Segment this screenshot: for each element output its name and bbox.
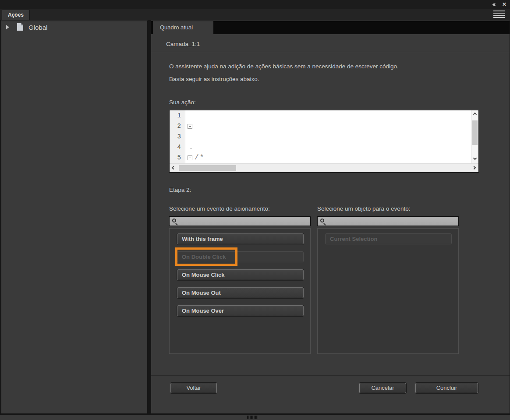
vertical-scrollbar[interactable] xyxy=(471,110,478,163)
vertical-scroll-thumb[interactable] xyxy=(472,120,478,145)
event-option-on-mouse-click[interactable]: On Mouse Click xyxy=(177,269,304,280)
object-picker-label: Selecione um objeto para o evento: xyxy=(317,205,410,212)
close-icon[interactable]: ✕ xyxy=(502,2,506,7)
frame-tab-bar: Quadro atual xyxy=(151,21,510,34)
fold-collapse-icon[interactable] xyxy=(188,124,192,129)
fold-guide-line xyxy=(190,129,190,148)
scroll-down-icon[interactable] xyxy=(473,156,477,160)
event-option-on-double-click: On Double Click xyxy=(177,251,304,262)
tree-item-label: Global xyxy=(28,24,47,31)
scroll-up-icon[interactable] xyxy=(473,113,477,116)
tab-acoes[interactable]: Ações xyxy=(2,10,30,20)
line-number: 1 xyxy=(170,110,185,121)
step-label: Etapa 2: xyxy=(169,187,191,193)
collapse-panel-icon[interactable] xyxy=(494,2,496,7)
object-search-field[interactable] xyxy=(317,216,459,226)
code-line xyxy=(195,126,471,137)
scroll-right-icon[interactable] xyxy=(472,166,476,169)
tab-quadro-atual[interactable]: Quadro atual xyxy=(153,21,213,34)
divider xyxy=(151,375,510,376)
event-options-list: With this frame On Double Click On Mouse… xyxy=(169,228,311,354)
line-number: 2 xyxy=(170,121,185,131)
wizard-panel: Quadro atual Camada_1:1 O assistente aju… xyxy=(151,21,510,414)
back-button[interactable]: Voltar xyxy=(170,383,217,393)
object-options-list: Current Selection xyxy=(317,228,459,354)
panel-tab-bar: Ações xyxy=(0,9,510,20)
wizard-intro-line2: Basta seguir as instruções abaixo. xyxy=(169,76,259,82)
code-text-area[interactable]: /* Clicar duas vezes na instância especi… xyxy=(195,110,471,163)
code-line: /* xyxy=(195,152,471,163)
panel-menu-icon[interactable] xyxy=(493,11,505,18)
fold-guide-line xyxy=(190,148,192,148)
code-preview-editor[interactable]: 1 2 3 4 5 /* Clicar duas vezes na instân… xyxy=(169,110,479,173)
resize-grip[interactable] xyxy=(247,416,258,419)
fold-collapse-icon[interactable] xyxy=(188,155,192,160)
divider xyxy=(151,52,510,52)
horizontal-scrollbar[interactable] xyxy=(170,163,478,172)
scroll-left-icon[interactable] xyxy=(172,166,175,169)
line-number: 4 xyxy=(170,142,185,152)
code-fold-margin xyxy=(186,110,195,163)
action-section-label: Sua ação: xyxy=(169,99,196,106)
script-tree-panel: Global xyxy=(1,21,148,414)
search-icon xyxy=(172,219,176,222)
document-icon xyxy=(17,23,23,31)
event-search-field[interactable] xyxy=(169,216,311,226)
line-number: 5 xyxy=(170,152,185,163)
object-option-current-selection: Current Selection xyxy=(325,233,452,244)
layer-frame-label: Camada_1:1 xyxy=(166,41,200,47)
tree-item-global[interactable]: Global xyxy=(1,21,147,34)
bottom-strip xyxy=(0,415,510,420)
event-option-on-mouse-out[interactable]: On Mouse Out xyxy=(177,287,304,298)
event-option-on-mouse-over[interactable]: On Mouse Over xyxy=(177,305,304,316)
event-search-input[interactable] xyxy=(179,217,308,226)
line-number-gutter: 1 2 3 4 5 xyxy=(170,110,185,163)
wizard-intro-line1: O assistente ajuda na adição de ações bá… xyxy=(169,63,399,70)
search-icon xyxy=(320,219,324,222)
expander-triangle-icon[interactable] xyxy=(6,25,9,29)
horizontal-scroll-thumb[interactable] xyxy=(179,165,236,171)
finish-button[interactable]: Concluir xyxy=(415,383,478,393)
comment-token: /* xyxy=(195,154,205,162)
titlebar: ✕ xyxy=(0,0,510,9)
event-picker-label: Selecione um evento de acionamento: xyxy=(169,205,270,212)
cancel-button[interactable]: Cancelar xyxy=(359,383,406,393)
event-option-with-this-frame[interactable]: With this frame xyxy=(177,233,304,244)
actions-panel-window: ✕ Ações Global Quadro atual Camada_1:1 O… xyxy=(0,0,510,420)
object-search-input[interactable] xyxy=(327,217,457,226)
line-number: 3 xyxy=(170,131,185,142)
